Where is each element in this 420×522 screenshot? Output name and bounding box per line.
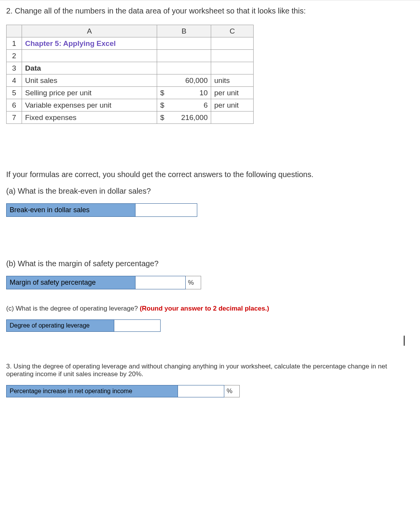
cell-c7 bbox=[211, 111, 254, 124]
cell-a3: Data bbox=[22, 62, 157, 74]
cell-c3 bbox=[211, 62, 254, 74]
table-row: 7 Fixed expenses $216,000 bbox=[7, 111, 254, 124]
break-even-input[interactable] bbox=[135, 203, 197, 217]
question-3-text: 3. Using the degree of operating leverag… bbox=[6, 363, 414, 378]
part-a-question: (a) What is the break-even in dollar sal… bbox=[6, 187, 414, 196]
table-row: 1 Chapter 5: Applying Excel bbox=[7, 37, 254, 50]
cell-c6: per unit bbox=[211, 99, 254, 111]
cell-b2 bbox=[157, 50, 211, 62]
excel-data-table: A B C 1 Chapter 5: Applying Excel 2 3 Da… bbox=[6, 25, 254, 124]
row-num: 4 bbox=[7, 74, 22, 87]
row-num: 6 bbox=[7, 99, 22, 111]
pct-increase-input[interactable] bbox=[178, 385, 224, 397]
part-c-text: (c) What is the degree of operating leve… bbox=[6, 305, 140, 312]
part-b-answer-row: Margin of safety percentage % bbox=[6, 276, 414, 289]
cell-b1 bbox=[157, 37, 211, 50]
cell-c5: per unit bbox=[211, 87, 254, 99]
corner-cell bbox=[7, 25, 22, 37]
text-cursor-icon bbox=[404, 336, 405, 346]
part-c-answer-row: Degree of operating leverage bbox=[6, 319, 414, 332]
percent-unit: % bbox=[186, 276, 201, 289]
cell-a4: Unit sales bbox=[22, 74, 157, 87]
cell-c4: units bbox=[211, 74, 254, 87]
percent-unit: % bbox=[224, 385, 240, 397]
part-c-question: (c) What is the degree of operating leve… bbox=[6, 305, 414, 313]
cell-a5: Selling price per unit bbox=[22, 87, 157, 99]
pct-increase-label: Percentage increase in net operating inc… bbox=[6, 385, 178, 397]
formulas-note: If your formulas are correct, you should… bbox=[6, 170, 414, 179]
operating-leverage-label: Degree of operating leverage bbox=[6, 319, 114, 332]
table-row: 2 bbox=[7, 50, 254, 62]
row-num: 2 bbox=[7, 50, 22, 62]
row-num: 7 bbox=[7, 111, 22, 124]
col-header-b: B bbox=[157, 25, 211, 37]
cell-a1: Chapter 5: Applying Excel bbox=[22, 37, 157, 50]
row-num: 5 bbox=[7, 87, 22, 99]
col-header-a: A bbox=[22, 25, 157, 37]
part-b-question: (b) What is the margin of safety percent… bbox=[6, 259, 414, 268]
margin-safety-label: Margin of safety percentage bbox=[6, 276, 135, 289]
cell-b7: $216,000 bbox=[157, 111, 211, 124]
cell-b5: $10 bbox=[157, 87, 211, 99]
break-even-label: Break-even in dollar sales bbox=[6, 203, 135, 217]
rounding-note: (Round your answer to 2 decimal places.) bbox=[140, 305, 269, 312]
table-row: 4 Unit sales 60,000 units bbox=[7, 74, 254, 87]
part-a-answer-row: Break-even in dollar sales bbox=[6, 203, 414, 217]
table-row: 3 Data bbox=[7, 62, 254, 74]
margin-safety-input[interactable] bbox=[135, 276, 186, 289]
q3-answer-row: Percentage increase in net operating inc… bbox=[6, 385, 414, 397]
cell-b3 bbox=[157, 62, 211, 74]
header-row: A B C bbox=[7, 25, 254, 37]
cell-c1 bbox=[211, 37, 254, 50]
row-num: 1 bbox=[7, 37, 22, 50]
cell-c2 bbox=[211, 50, 254, 62]
cell-a2 bbox=[22, 50, 157, 62]
operating-leverage-input[interactable] bbox=[114, 319, 161, 332]
cell-a7: Fixed expenses bbox=[22, 111, 157, 124]
row-num: 3 bbox=[7, 62, 22, 74]
cell-b6: $6 bbox=[157, 99, 211, 111]
table-row: 6 Variable expenses per unit $6 per unit bbox=[7, 99, 254, 111]
col-header-c: C bbox=[211, 25, 254, 37]
cell-b4: 60,000 bbox=[157, 74, 211, 87]
question-2-intro: 2. Change all of the numbers in the data… bbox=[6, 7, 414, 15]
cell-a6: Variable expenses per unit bbox=[22, 99, 157, 111]
table-row: 5 Selling price per unit $10 per unit bbox=[7, 87, 254, 99]
